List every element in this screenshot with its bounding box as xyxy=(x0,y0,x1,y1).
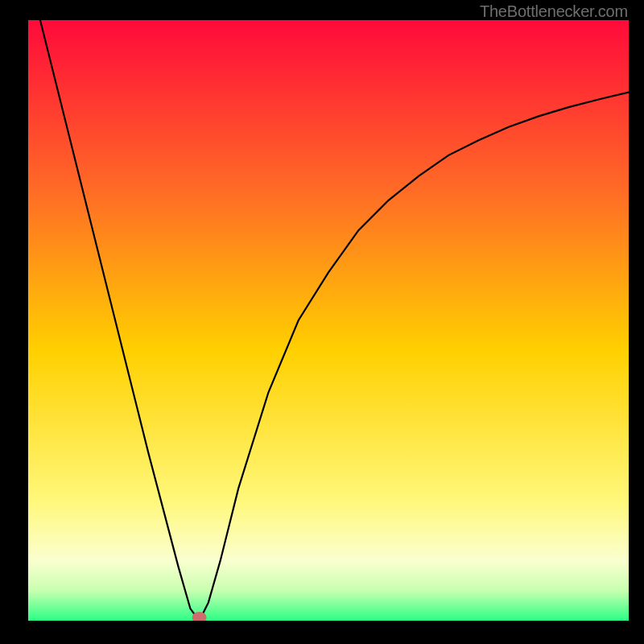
attribution-label: TheBottlenecker.com xyxy=(480,2,628,21)
chart-frame: TheBottlenecker.com xyxy=(0,0,644,644)
chart-plot xyxy=(28,20,629,621)
gradient-background xyxy=(28,20,629,621)
